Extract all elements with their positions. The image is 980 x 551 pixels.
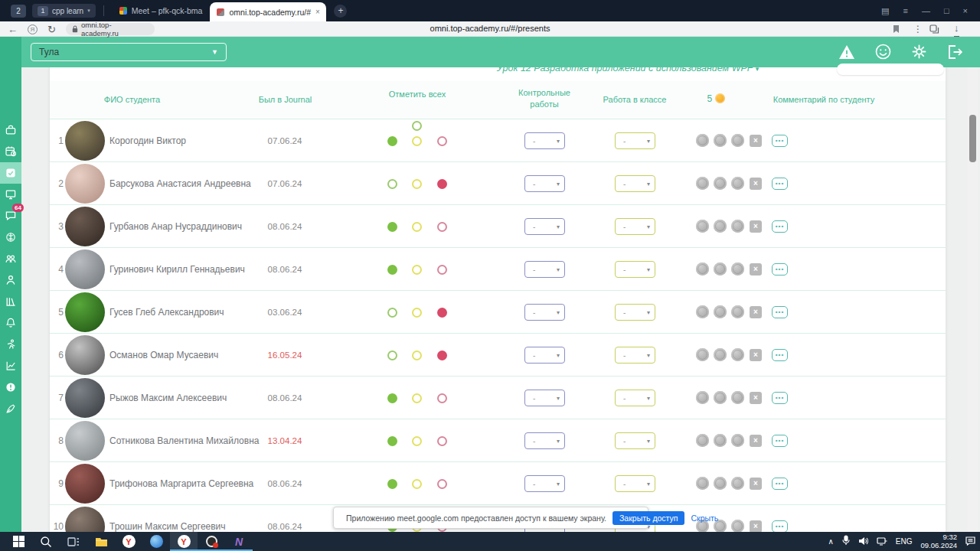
- present-toggle[interactable]: [387, 136, 397, 146]
- clock[interactable]: 9:32 09.06.2024: [920, 533, 957, 549]
- comment-icon[interactable]: •••: [772, 306, 788, 318]
- close-tab-icon[interactable]: ×: [315, 8, 320, 16]
- logout-icon[interactable]: [947, 44, 963, 60]
- coin-button[interactable]: [731, 348, 744, 361]
- present-toggle[interactable]: [387, 265, 397, 275]
- student-name[interactable]: Трифонова Маргарита Сергеевна: [109, 462, 253, 505]
- comment-icon[interactable]: •••: [772, 263, 788, 276]
- present-toggle[interactable]: [387, 393, 397, 403]
- absent-toggle[interactable]: [437, 350, 447, 360]
- absent-toggle[interactable]: [437, 479, 447, 489]
- coin-button[interactable]: [714, 348, 727, 361]
- comment-icon[interactable]: •••: [772, 178, 788, 190]
- gear-icon[interactable]: [911, 44, 927, 60]
- comment-icon[interactable]: •••: [772, 392, 788, 404]
- classwork-select[interactable]: -▾: [615, 475, 655, 492]
- classwork-select[interactable]: -▾: [615, 304, 655, 321]
- remove-coins-button[interactable]: ×: [750, 263, 762, 276]
- sidebar-item-stats[interactable]: [0, 355, 21, 377]
- remove-coins-button[interactable]: ×: [750, 178, 762, 190]
- coin-button[interactable]: [714, 134, 727, 147]
- coin-button[interactable]: [731, 220, 744, 233]
- classwork-select[interactable]: -▾: [615, 347, 655, 364]
- sidebar-item-chat[interactable]: 64: [0, 205, 21, 227]
- remove-coins-button[interactable]: ×: [750, 392, 762, 404]
- present-toggle[interactable]: [387, 179, 397, 189]
- student-name[interactable]: Корогодин Виктор: [109, 119, 186, 162]
- absent-toggle[interactable]: [437, 393, 447, 403]
- avatar[interactable]: [65, 507, 105, 532]
- coin-button[interactable]: [731, 262, 744, 276]
- remove-coins-button[interactable]: ×: [750, 520, 762, 533]
- present-toggle[interactable]: [387, 350, 397, 360]
- classwork-select[interactable]: -▾: [615, 261, 655, 278]
- address-pill[interactable]: omni.top-academy.ru: [66, 23, 155, 35]
- collections-icon[interactable]: [929, 21, 939, 37]
- absent-toggle[interactable]: [437, 222, 447, 232]
- tray-expand-icon[interactable]: ∧: [828, 537, 833, 546]
- student-name[interactable]: Гуринович Кирилл Геннадьевич: [109, 248, 245, 291]
- coin-button[interactable]: [731, 134, 744, 147]
- toolbar-menu-icon[interactable]: ⋮: [913, 21, 923, 37]
- coin-button[interactable]: [714, 305, 727, 318]
- tests-select[interactable]: -▾: [524, 175, 565, 192]
- absent-toggle[interactable]: [437, 265, 447, 275]
- file-explorer-button[interactable]: [87, 532, 115, 551]
- coin-button[interactable]: [714, 391, 727, 404]
- remove-coins-button[interactable]: ×: [750, 135, 762, 147]
- hide-notification-button[interactable]: Скрыть: [691, 514, 718, 523]
- coin-button[interactable]: [696, 477, 709, 490]
- late-toggle[interactable]: [412, 436, 422, 446]
- remove-coins-button[interactable]: ×: [750, 220, 762, 233]
- late-toggle[interactable]: [412, 179, 422, 189]
- coin-button[interactable]: [731, 305, 744, 318]
- sidebar-item-library[interactable]: [0, 291, 21, 312]
- header-popover[interactable]: [837, 64, 944, 75]
- late-toggle[interactable]: [412, 308, 422, 318]
- reload-button[interactable]: ↻: [47, 21, 56, 37]
- sidebar-item-alerts[interactable]: [0, 377, 21, 398]
- student-name[interactable]: Османов Омар Мусаевич: [109, 334, 218, 377]
- avatar[interactable]: [65, 207, 105, 246]
- coin-button[interactable]: [696, 134, 709, 147]
- sidebar-item-activity[interactable]: [0, 334, 21, 355]
- remove-coins-button[interactable]: ×: [750, 349, 762, 361]
- tests-select[interactable]: -▾: [524, 261, 565, 278]
- coin-button[interactable]: [696, 220, 709, 233]
- action-center-icon[interactable]: [965, 535, 975, 549]
- volume-icon[interactable]: [858, 535, 868, 549]
- back-button[interactable]: ←: [8, 21, 18, 37]
- search-button[interactable]: [32, 532, 60, 551]
- coin-button[interactable]: [696, 391, 709, 404]
- yandex-browser-button[interactable]: Y: [115, 532, 142, 551]
- address-url[interactable]: omni.top-academy.ru/#/presents: [329, 24, 651, 33]
- stop-sharing-button[interactable]: Закрыть доступ: [612, 511, 684, 525]
- remove-coins-button[interactable]: ×: [750, 306, 762, 318]
- new-tab-button[interactable]: +: [334, 5, 347, 18]
- late-toggle[interactable]: [412, 136, 422, 146]
- sidebar-item-journal-active[interactable]: [0, 162, 21, 184]
- visual-studio-button[interactable]: N: [225, 532, 253, 551]
- sidebar-item-edit[interactable]: [0, 398, 21, 419]
- classwork-select[interactable]: -▾: [615, 175, 655, 192]
- student-name[interactable]: Рыжов Максим Алексеевич: [109, 377, 227, 419]
- coin-button[interactable]: [714, 177, 727, 190]
- screen-recorder-button[interactable]: [198, 532, 225, 551]
- language-indicator[interactable]: ENG: [896, 537, 913, 546]
- comment-icon[interactable]: •••: [772, 520, 788, 532]
- scrollbar-thumb[interactable]: [969, 115, 976, 162]
- bookmark-icon[interactable]: [893, 21, 900, 37]
- tab-counter-badge[interactable]: 2: [11, 5, 26, 18]
- sidebar-item-monitor[interactable]: [0, 184, 21, 205]
- sidebar-item-person[interactable]: [0, 269, 21, 291]
- avatar[interactable]: [65, 164, 105, 204]
- tests-select[interactable]: -▾: [524, 347, 565, 364]
- tests-select[interactable]: -▾: [524, 432, 565, 449]
- late-toggle[interactable]: [412, 350, 422, 360]
- classwork-select[interactable]: -▾: [615, 390, 655, 406]
- coin-button[interactable]: [731, 520, 744, 532]
- smiley-icon[interactable]: [875, 44, 891, 60]
- absent-toggle[interactable]: [437, 436, 447, 446]
- late-toggle[interactable]: [412, 479, 422, 489]
- restore-button[interactable]: □: [944, 6, 949, 15]
